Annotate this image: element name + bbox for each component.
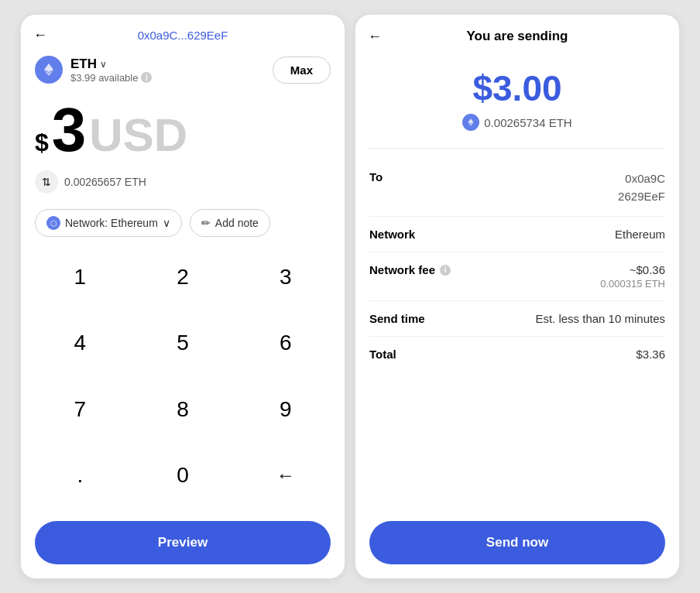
add-note-label: Add note <box>215 217 259 229</box>
svg-marker-2 <box>468 118 474 124</box>
token-available: $3.99 available i <box>70 72 152 84</box>
network-detail-label: Network <box>369 228 415 241</box>
to-address-line2: 2629EeF <box>618 188 665 206</box>
to-address-block: 0x0a9C 2629EeF <box>618 170 665 205</box>
preview-button[interactable]: Preview <box>35 521 331 564</box>
confirm-title: You are sending <box>467 29 568 44</box>
svg-marker-0 <box>44 63 53 72</box>
wallet-address[interactable]: 0x0a9C...629EeF <box>138 29 228 42</box>
pencil-icon: ✏ <box>201 217 211 229</box>
fee-row: Network fee i ~$0.36 0.000315 ETH <box>369 252 665 301</box>
token-chevron-icon: ∨ <box>100 59 107 70</box>
token-name-row[interactable]: ETH ∨ <box>70 57 152 72</box>
amount-value: 3 <box>52 99 87 161</box>
send-time-row: Send time Est. less than 10 minutes <box>369 301 665 337</box>
token-row: ETH ∨ $3.99 available i Max <box>21 51 345 91</box>
options-row: ⬡ Network: Ethereum ∨ ✏ Add note <box>21 203 345 249</box>
network-row: Network Ethereum <box>369 217 665 252</box>
dollar-sign: $ <box>35 129 49 157</box>
sending-amount-section: $3.00 0.00265734 ETH <box>355 55 679 137</box>
network-detail-value: Ethereum <box>615 228 665 241</box>
confirm-screen: ← You are sending $3.00 0.00265734 ETH T… <box>355 14 680 579</box>
to-row: To 0x0a9C 2629EeF <box>369 159 665 217</box>
send-time-label: Send time <box>369 312 425 325</box>
network-chevron-icon: ∨ <box>163 217 170 229</box>
back-button-right[interactable]: ← <box>368 29 382 45</box>
sending-eth-amount: 0.00265734 ETH <box>484 116 571 129</box>
max-button[interactable]: Max <box>273 57 331 84</box>
numpad-4[interactable]: 4 <box>29 315 132 371</box>
currency-label: USD <box>89 112 187 159</box>
send-now-button[interactable]: Send now <box>369 521 665 564</box>
token-name: ETH <box>70 57 97 72</box>
numpad-1[interactable]: 1 <box>29 249 132 305</box>
token-details: ETH ∨ $3.99 available i <box>70 57 152 84</box>
network-eth-icon: ⬡ <box>46 216 60 230</box>
numpad-6[interactable]: 6 <box>234 315 337 371</box>
fee-eth-value: 0.000315 ETH <box>600 278 665 290</box>
numpad-2[interactable]: 2 <box>132 249 235 305</box>
fee-label: Network fee i <box>369 263 451 276</box>
left-header: ← 0x0a9C...629EeF <box>21 15 345 51</box>
numpad-7[interactable]: 7 <box>29 382 132 437</box>
swap-currency-button[interactable]: ⇅ <box>35 170 58 194</box>
total-value: $3.36 <box>636 348 665 361</box>
eth-equivalent-text: 0.00265657 ETH <box>64 176 146 188</box>
back-button-left[interactable]: ← <box>33 27 47 43</box>
numpad-0[interactable]: 0 <box>132 447 235 503</box>
send-time-value: Est. less than 10 minutes <box>535 312 665 325</box>
amount-display: $ 3 USD <box>21 91 345 164</box>
to-address-line1: 0x0a9C <box>625 170 665 188</box>
numpad: 1 2 3 4 5 6 7 8 9 . 0 ← <box>21 249 345 513</box>
sending-eth-icon <box>462 114 479 131</box>
divider-1 <box>369 148 665 149</box>
info-icon[interactable]: i <box>141 72 152 83</box>
eth-icon <box>35 56 63 84</box>
numpad-9[interactable]: 9 <box>234 382 337 437</box>
fee-usd-value: ~$0.36 <box>630 263 665 276</box>
send-screen: ← 0x0a9C...629EeF ETH ∨ $3.99 av <box>20 14 345 579</box>
numpad-8[interactable]: 8 <box>132 382 235 437</box>
network-button[interactable]: ⬡ Network: Ethereum ∨ <box>35 209 182 237</box>
numpad-3[interactable]: 3 <box>234 249 337 305</box>
total-row: Total $3.36 <box>369 337 665 372</box>
transaction-details: To 0x0a9C 2629EeF Network Ethereum Netwo… <box>355 159 679 513</box>
sending-eth-row: 0.00265734 ETH <box>369 114 665 131</box>
numpad-5[interactable]: 5 <box>132 315 235 371</box>
network-label: Network: Ethereum <box>65 217 158 229</box>
numpad-backspace[interactable]: ← <box>234 447 337 503</box>
backspace-icon: ← <box>276 464 295 486</box>
eth-equivalent-row: ⇅ 0.00265657 ETH <box>21 164 345 203</box>
fee-info-icon[interactable]: i <box>440 265 451 276</box>
numpad-dot[interactable]: . <box>29 447 132 503</box>
add-note-button[interactable]: ✏ Add note <box>190 209 270 237</box>
fee-value-block: ~$0.36 0.000315 ETH <box>600 263 665 290</box>
to-label: To <box>369 170 383 183</box>
token-info: ETH ∨ $3.99 available i <box>35 56 152 84</box>
sending-usd-amount: $3.00 <box>369 67 665 109</box>
swap-icon: ⇅ <box>42 176 51 188</box>
right-header: ← You are sending <box>355 15 679 55</box>
total-label: Total <box>369 348 396 361</box>
